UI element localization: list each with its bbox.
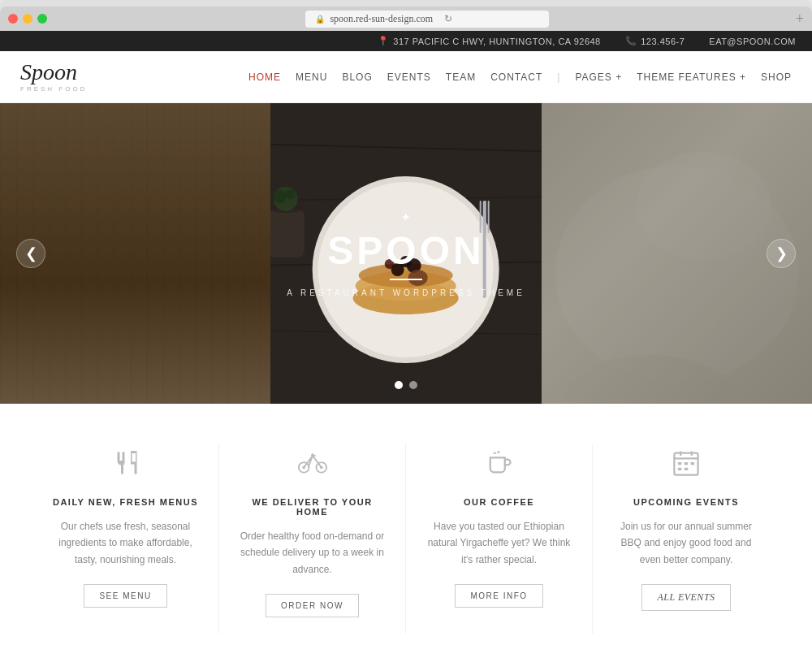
slide-dot-2[interactable] — [409, 381, 417, 389]
slide-panel-center: ✦ SPOON A RESTAURANT WORDPRESS THEME — [270, 103, 541, 404]
calendar-icon — [609, 444, 763, 481]
nav-divider: | — [557, 71, 560, 83]
feature-menus-title: DAILY NEW, FRESH MENUS — [49, 497, 202, 507]
site-logo[interactable]: Spoon FRESH FOOD — [20, 61, 87, 93]
svg-point-29 — [274, 190, 287, 203]
site-header: Spoon FRESH FOOD HOME MENU BLOG EVENTS T… — [0, 51, 812, 103]
hero-title: SPOON — [284, 232, 528, 271]
traffic-lights — [8, 14, 47, 24]
nav-blog[interactable]: BLOG — [342, 71, 372, 83]
svg-point-40 — [311, 453, 314, 457]
order-now-button[interactable]: ORDER NOW — [266, 594, 359, 617]
bicycle-icon — [235, 444, 389, 481]
hero-divider — [390, 279, 422, 280]
hero-subtitle: A RESTAURANT WORDPRESS THEME — [284, 288, 528, 297]
more-info-button[interactable]: MORE INFO — [455, 584, 542, 608]
logo-subtitle: FRESH FOOD — [20, 85, 87, 93]
feature-events: UPCOMING EVENTS Join us for our annual s… — [593, 444, 780, 634]
slider-prev-button[interactable]: ❮ — [16, 239, 45, 268]
slide-dot-1[interactable] — [395, 381, 403, 389]
calendar-svg — [672, 448, 701, 478]
feature-menus: DAILY NEW, FRESH MENUS Our chefs use fre… — [32, 444, 219, 634]
svg-rect-45 — [678, 461, 682, 464]
svg-point-2 — [20, 227, 197, 362]
svg-rect-46 — [685, 461, 689, 464]
feature-delivery-desc: Order healthy food on-demand or schedule… — [235, 528, 389, 578]
features-section: DAILY NEW, FRESH MENUS Our chefs use fre… — [0, 404, 812, 658]
main-nav: HOME MENU BLOG EVENTS TEAM CONTACT | PAG… — [248, 71, 792, 83]
all-events-button[interactable]: all EVENTS — [641, 584, 730, 611]
phone-info: 📞 123.456-7 — [625, 36, 685, 46]
maximize-button[interactable] — [37, 14, 47, 24]
slider-next-button[interactable]: ❯ — [767, 239, 796, 268]
phone-icon: 📞 — [625, 36, 637, 46]
svg-point-34 — [555, 355, 744, 404]
email-info: EAT@SPOON.COM — [709, 36, 796, 46]
website-content: 📍 317 PACIFIC C HWY, HUNTINGTON, CA 9264… — [0, 31, 812, 658]
feature-delivery: WE DELIVER TO YOUR HOME Order healthy fo… — [219, 444, 406, 634]
reload-icon[interactable]: ↻ — [444, 13, 452, 25]
address-bar-container: 🔒 spoon.red-sun-design.com ↻ — [59, 11, 796, 28]
nav-events[interactable]: EVENTS — [387, 71, 431, 83]
nav-contact[interactable]: CONTACT — [490, 71, 542, 83]
hero-text-overlay: ✦ SPOON A RESTAURANT WORDPRESS THEME — [284, 210, 528, 297]
hero-leaf-icon: ✦ — [284, 210, 528, 225]
see-menu-button[interactable]: SEE MENU — [84, 584, 166, 608]
svg-rect-49 — [685, 467, 689, 470]
feature-events-desc: Join us for our annual summer BBQ and en… — [609, 518, 763, 568]
svg-rect-47 — [691, 461, 695, 464]
address-info: 📍 317 PACIFIC C HWY, HUNTINGTON, CA 9264… — [378, 36, 601, 46]
url-text: spoon.red-sun-design.com — [330, 13, 433, 25]
coffee-svg — [485, 448, 514, 478]
nav-pages[interactable]: PAGES + — [575, 71, 622, 83]
nav-team[interactable]: TEAM — [446, 71, 476, 83]
browser-window: 🔒 spoon.red-sun-design.com ↻ + — [0, 0, 812, 31]
utensils-icon — [49, 444, 202, 481]
coffee-icon — [422, 444, 576, 481]
browser-tabs-bar: 🔒 spoon.red-sun-design.com ↻ + — [0, 6, 812, 31]
feature-coffee: OUR COFFEE Have you tasted our Ethiopian… — [406, 444, 593, 634]
url-bar[interactable]: 🔒 spoon.red-sun-design.com ↻ — [305, 11, 549, 28]
svg-point-30 — [286, 189, 296, 199]
top-info-bar: 📍 317 PACIFIC C HWY, HUNTINGTON, CA 9264… — [0, 31, 812, 51]
slides-container: ✦ SPOON A RESTAURANT WORDPRESS THEME — [0, 103, 812, 404]
minimize-button[interactable] — [23, 14, 32, 24]
feature-coffee-title: OUR COFFEE — [422, 497, 576, 507]
feature-menus-desc: Our chefs use fresh, seasonal ingredient… — [49, 518, 202, 568]
logo-text: Spoon — [20, 61, 87, 84]
slide-dots — [395, 381, 417, 389]
lock-icon: 🔒 — [315, 15, 325, 24]
svg-rect-4 — [81, 103, 162, 166]
svg-point-35 — [562, 355, 738, 404]
nav-home[interactable]: HOME — [248, 71, 281, 83]
nav-shop[interactable]: SHOP — [761, 71, 792, 83]
nav-menu[interactable]: MENU — [296, 71, 327, 83]
nav-theme-features[interactable]: THEME FEATURES + — [637, 71, 746, 83]
svg-point-32 — [555, 166, 798, 383]
feature-coffee-desc: Have you tasted our Ethiopian natural Yi… — [422, 518, 576, 568]
close-button[interactable] — [8, 14, 18, 24]
svg-rect-48 — [678, 467, 682, 470]
svg-point-33 — [636, 152, 771, 260]
feature-events-title: UPCOMING EVENTS — [609, 497, 763, 507]
new-tab-button[interactable]: + — [796, 11, 804, 26]
hero-slider: ✦ SPOON A RESTAURANT WORDPRESS THEME — [0, 103, 812, 404]
utensils-svg — [111, 448, 140, 478]
bicycle-svg — [298, 448, 327, 478]
feature-delivery-title: WE DELIVER TO YOUR HOME — [235, 497, 389, 517]
svg-rect-3 — [67, 103, 175, 179]
location-icon: 📍 — [378, 36, 390, 46]
